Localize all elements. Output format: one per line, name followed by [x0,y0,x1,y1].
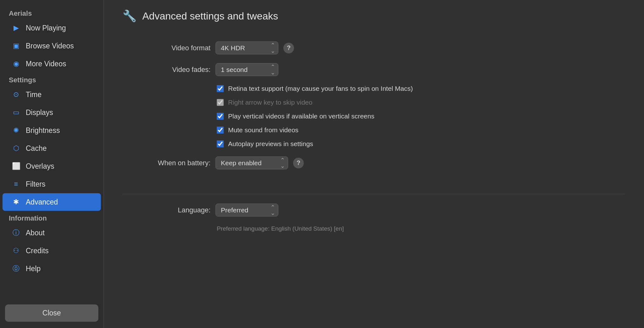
language-select-wrapper: Preferred English French German Spanish … [216,204,278,216]
checkbox-mute-row[interactable]: Mute sound from videos [217,126,625,134]
video-format-help-button[interactable]: ? [283,43,294,53]
language-select[interactable]: Preferred English French German Spanish [216,204,278,216]
language-section: Language: Preferred English French Germa… [123,204,625,238]
main-content: 🔧 Advanced settings and tweaks Video for… [104,0,644,328]
page-header: 🔧 Advanced settings and tweaks [123,9,625,23]
sidebar: Aerials ▶ Now Playing ▣ Browse Videos ◉ … [0,0,104,328]
credits-icon: ⚇ [11,246,21,255]
battery-help-button[interactable]: ? [293,158,304,168]
sidebar-item-label: Displays [26,108,53,117]
sidebar-item-more-videos[interactable]: ◉ More Videos [3,55,101,73]
advanced-icon: ✱ [11,197,21,207]
overlays-icon: ⬜ [11,161,21,171]
battery-select-wrapper: Keep enabled Disable Reduce framerate ⌃⌄ [216,156,288,169]
sidebar-item-label: Brightness [26,126,60,135]
checkbox-mute[interactable] [217,127,224,134]
checkbox-vertical[interactable] [217,113,224,120]
language-label: Language: [123,206,210,214]
sidebar-item-label: Help [26,265,41,273]
sidebar-item-label: Overlays [26,162,54,171]
brightness-icon: ✺ [11,126,21,135]
sidebar-item-time[interactable]: ⊙ Time [3,86,101,103]
video-fades-row: Video fades: None 0.5 seconds 1 second 2… [123,63,625,76]
checkbox-retina-row[interactable]: Retina text support (may cause your fans… [217,85,625,92]
sidebar-item-label: Browse Videos [26,42,74,50]
sidebar-item-brightness[interactable]: ✺ Brightness [3,122,101,139]
section-label-aerials: Aerials [0,8,103,19]
filters-icon: ≡ [11,179,21,189]
sidebar-item-label: Time [26,90,41,99]
checkbox-retina[interactable] [217,85,224,92]
sidebar-item-label: About [26,229,45,237]
section-label-settings: Settings [0,74,103,85]
video-format-row: Video format 1080p 1080p HDR 4K 4K HDR ⌃… [123,41,625,54]
checkbox-right-arrow[interactable] [217,99,224,106]
about-icon: ⓘ [11,228,21,238]
sidebar-item-credits[interactable]: ⚇ Credits [3,242,101,260]
sidebar-item-filters[interactable]: ≡ Filters [3,175,101,193]
sidebar-item-label: Now Playing [26,24,66,32]
sidebar-item-browse-videos[interactable]: ▣ Browse Videos [3,37,101,55]
sidebar-item-displays[interactable]: ▭ Displays [3,104,101,121]
battery-label: When on battery: [123,159,210,167]
checkbox-vertical-row[interactable]: Play vertical videos if available on ver… [217,112,625,120]
battery-select[interactable]: Keep enabled Disable Reduce framerate [216,156,288,169]
sidebar-item-label: Credits [26,247,49,255]
checkbox-mute-label: Mute sound from videos [228,126,298,134]
cache-icon: ⬡ [11,144,21,153]
sidebar-section-information: Information ⓘ About ⚇ Credits ⓪ Help [0,211,103,278]
sidebar-item-about[interactable]: ⓘ About [3,224,101,242]
time-icon: ⊙ [11,90,21,99]
video-fades-select[interactable]: None 0.5 seconds 1 second 2 seconds 3 se… [216,63,278,76]
sidebar-item-now-playing[interactable]: ▶ Now Playing [3,19,101,37]
checkbox-right-arrow-row[interactable]: Right arrow key to skip video [217,99,625,106]
checkbox-vertical-label: Play vertical videos if available on ver… [228,112,374,120]
sidebar-item-overlays[interactable]: ⬜ Overlays [3,157,101,175]
video-fades-select-wrapper: None 0.5 seconds 1 second 2 seconds 3 se… [216,63,278,76]
sidebar-item-cache[interactable]: ⬡ Cache [3,139,101,157]
checkbox-right-arrow-label: Right arrow key to skip video [228,99,312,106]
checkbox-retina-label: Retina text support (may cause your fans… [228,85,413,92]
sidebar-item-label: Filters [26,180,46,189]
sidebar-item-advanced[interactable]: ✱ Advanced [3,193,101,211]
sidebar-item-help[interactable]: ⓪ Help [3,260,101,277]
video-format-select-wrapper: 1080p 1080p HDR 4K 4K HDR ⌃⌄ [216,41,278,54]
checkbox-group: Retina text support (may cause your fans… [217,85,625,148]
video-format-select[interactable]: 1080p 1080p HDR 4K 4K HDR [216,41,278,54]
preferred-lang-note: Preferred language: English (United Stat… [217,225,625,232]
sidebar-item-label: Advanced [26,198,58,206]
sidebar-section-settings: Settings ⊙ Time ▭ Displays ✺ Brightness … [0,73,103,211]
video-format-label: Video format [123,44,210,52]
help-icon: ⓪ [11,264,21,273]
page-title: Advanced settings and tweaks [142,10,278,22]
section-label-information: Information [0,212,103,224]
sidebar-item-label: Cache [26,144,46,153]
now-playing-icon: ▶ [11,23,21,33]
sidebar-item-label: More Videos [26,60,66,68]
checkbox-autoplay-label: Autoplay previews in settings [228,140,313,148]
page-header-icon: 🔧 [123,9,137,23]
battery-row: When on battery: Keep enabled Disable Re… [123,156,625,169]
checkbox-autoplay[interactable] [217,140,224,147]
sidebar-section-aerials: Aerials ▶ Now Playing ▣ Browse Videos ◉ … [0,6,103,73]
language-row: Language: Preferred English French Germa… [123,204,625,216]
displays-icon: ▭ [11,108,21,117]
close-button[interactable]: Close [5,304,98,322]
video-fades-label: Video fades: [123,66,210,74]
form-section-main: Video format 1080p 1080p HDR 4K 4K HDR ⌃… [123,35,625,188]
browse-videos-icon: ▣ [11,41,21,51]
section-divider [123,194,625,194]
more-videos-icon: ◉ [11,59,21,68]
checkbox-autoplay-row[interactable]: Autoplay previews in settings [217,140,625,148]
